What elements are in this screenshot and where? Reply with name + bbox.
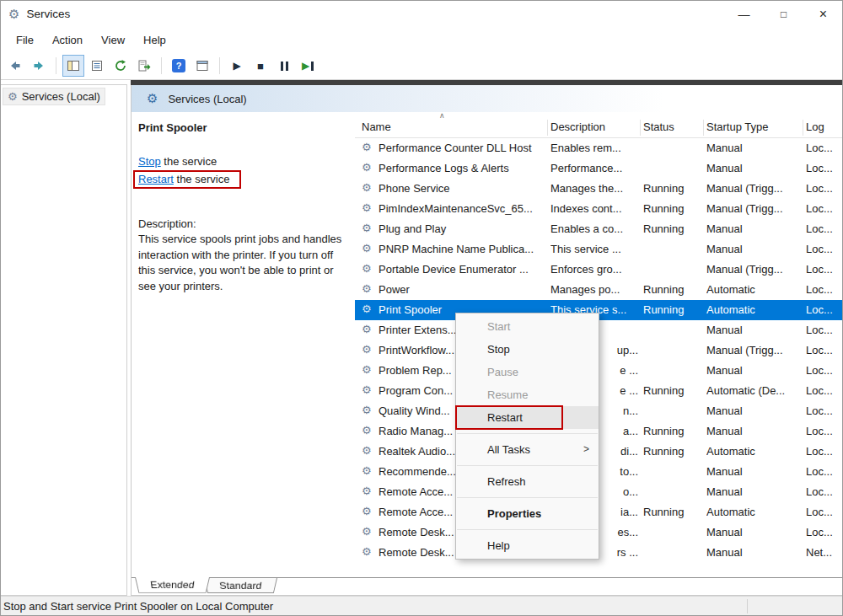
- service-row[interactable]: ⚙Performance Counter DLL HostEnables rem…: [355, 138, 843, 158]
- stop-service-button[interactable]: ■: [250, 55, 271, 77]
- view-tab-extended[interactable]: Extended: [135, 577, 210, 593]
- context-menu-item-label: Resume: [487, 388, 528, 401]
- service-row[interactable]: ⚙Phone ServiceManages the...RunningManua…: [355, 179, 843, 199]
- service-gear-icon: ⚙: [362, 161, 372, 174]
- status-bar: Stop and Start service Print Spooler on …: [0, 596, 843, 616]
- service-name: Performance Logs & Alerts: [379, 162, 547, 174]
- service-log-on-as: Loc...: [806, 222, 843, 235]
- show-console-tree-button[interactable]: [62, 55, 84, 77]
- title-bar: ⚙ Services — □ ×: [0, 0, 843, 28]
- start-service-button[interactable]: ▶: [226, 55, 248, 77]
- sort-ascending-icon: ∧: [439, 111, 445, 120]
- properties-list-button[interactable]: [86, 55, 108, 77]
- snapin-banner: ⚙ Services (Local): [132, 85, 842, 112]
- menu-item-action[interactable]: Action: [43, 30, 92, 50]
- toolbar-separator: [219, 57, 220, 74]
- window-button[interactable]: [191, 55, 213, 77]
- service-name: Performance Counter DLL Host: [379, 142, 547, 154]
- service-startup-type: Manual: [706, 243, 803, 255]
- context-menu-separator: [457, 465, 598, 466]
- tree-item-services-local[interactable]: ⚙ Services (Local): [3, 88, 105, 105]
- column-header-name[interactable]: Name: [362, 121, 391, 133]
- column-header-description[interactable]: Description: [550, 121, 605, 133]
- service-startup-type: Automatic: [706, 283, 803, 296]
- service-log-on-as: Loc...: [806, 303, 843, 316]
- maximize-button[interactable]: □: [764, 0, 803, 28]
- toolbar-separator: [161, 57, 162, 74]
- menu-item-view[interactable]: View: [92, 30, 134, 50]
- service-gear-icon: ⚙: [362, 383, 372, 396]
- service-gear-icon: ⚙: [362, 181, 372, 194]
- context-menu-item-properties[interactable]: Properties: [456, 502, 599, 525]
- minimize-icon: —: [738, 8, 750, 21]
- service-log-on-as: Loc...: [806, 506, 843, 518]
- column-header-log[interactable]: Log: [806, 121, 824, 133]
- service-startup-type: Manual: [706, 465, 803, 478]
- column-separator: [547, 120, 548, 136]
- service-status: Running: [643, 222, 702, 235]
- restart-service-suffix: the service: [174, 173, 229, 185]
- stop-service-suffix: the service: [161, 155, 217, 168]
- service-gear-icon: ⚙: [362, 222, 372, 234]
- service-status: Running: [643, 425, 702, 437]
- help-button[interactable]: ?: [168, 55, 190, 77]
- view-tab-standard[interactable]: Standard: [204, 578, 277, 593]
- service-description: Manages po...: [550, 283, 638, 296]
- service-gear-icon: ⚙: [362, 282, 372, 295]
- service-description: Enforces gro...: [550, 263, 638, 276]
- context-menu-item-stop[interactable]: Stop: [456, 338, 599, 361]
- service-startup-type: Automatic: [706, 445, 803, 458]
- start-service-icon: ▶: [233, 61, 240, 71]
- service-row[interactable]: ⚙PimIndexMaintenanceSvc_65...Indexes con…: [355, 199, 843, 219]
- refresh-button[interactable]: [110, 55, 132, 77]
- window-icon: [196, 59, 209, 72]
- stop-service-link[interactable]: Stop: [138, 155, 161, 168]
- menu-item-help[interactable]: Help: [134, 30, 175, 50]
- service-row[interactable]: ⚙Plug and PlayEnables a co...RunningManu…: [355, 219, 843, 239]
- service-startup-type: Manual: [706, 324, 803, 336]
- service-startup-type: Automatic (De...: [706, 384, 803, 397]
- service-status: Running: [643, 202, 702, 215]
- console-tree-icon: [67, 59, 80, 72]
- service-row[interactable]: ⚙PNRP Machine Name Publica...This servic…: [355, 239, 843, 260]
- service-description: Enables rem...: [550, 142, 638, 154]
- service-row[interactable]: ⚙PowerManages po...RunningAutomaticLoc..…: [355, 280, 843, 300]
- service-row[interactable]: ⚙Portable Device Enumerator ...Enforces …: [355, 260, 843, 280]
- forward-button[interactable]: [28, 55, 50, 77]
- service-startup-type: Manual: [706, 142, 803, 154]
- export-list-button[interactable]: [133, 55, 155, 77]
- service-log-on-as: Loc...: [806, 485, 843, 498]
- toolbar-separator: [56, 57, 56, 74]
- context-menu-item-refresh[interactable]: Refresh: [456, 470, 599, 493]
- restart-service-button[interactable]: ▶: [297, 55, 319, 77]
- column-header-startup-type[interactable]: Startup Type: [706, 121, 768, 133]
- context-menu-separator: [457, 529, 598, 530]
- back-button[interactable]: [4, 55, 26, 77]
- context-menu-item-resume: Resume: [456, 383, 599, 406]
- view-tab-strip: ExtendedStandard: [132, 577, 842, 595]
- export-list-icon: [137, 59, 151, 72]
- close-button[interactable]: ×: [803, 0, 843, 28]
- service-log-on-as: Loc...: [806, 344, 843, 356]
- service-status: Running: [643, 445, 702, 458]
- service-startup-type: Manual: [706, 546, 803, 559]
- minimize-button[interactable]: —: [724, 0, 764, 28]
- restart-service-link[interactable]: Restart: [138, 173, 174, 185]
- menu-item-file[interactable]: File: [7, 30, 43, 50]
- service-startup-type: Automatic: [706, 303, 803, 316]
- service-log-on-as: Loc...: [806, 384, 843, 397]
- list-header: ∧ NameDescriptionStatusStartup TypeLog: [355, 118, 843, 138]
- column-header-status[interactable]: Status: [643, 121, 674, 133]
- service-gear-icon: ⚙: [362, 242, 372, 254]
- service-description: Enables a co...: [550, 222, 638, 235]
- pause-service-button[interactable]: [273, 55, 295, 77]
- back-arrow-icon: [8, 59, 22, 72]
- context-menu-item-restart[interactable]: Restart: [456, 406, 599, 429]
- context-menu-item-help[interactable]: Help: [456, 534, 599, 557]
- service-row[interactable]: ⚙Performance Logs & AlertsPerformance...…: [355, 158, 843, 179]
- context-menu-item-all-tasks[interactable]: All Tasks>: [456, 438, 599, 461]
- service-log-on-as: Loc...: [806, 445, 843, 458]
- service-name: PNRP Machine Name Publica...: [379, 243, 547, 255]
- column-separator: [803, 120, 803, 136]
- annotation-box-restart-link: Restart the service: [133, 170, 241, 189]
